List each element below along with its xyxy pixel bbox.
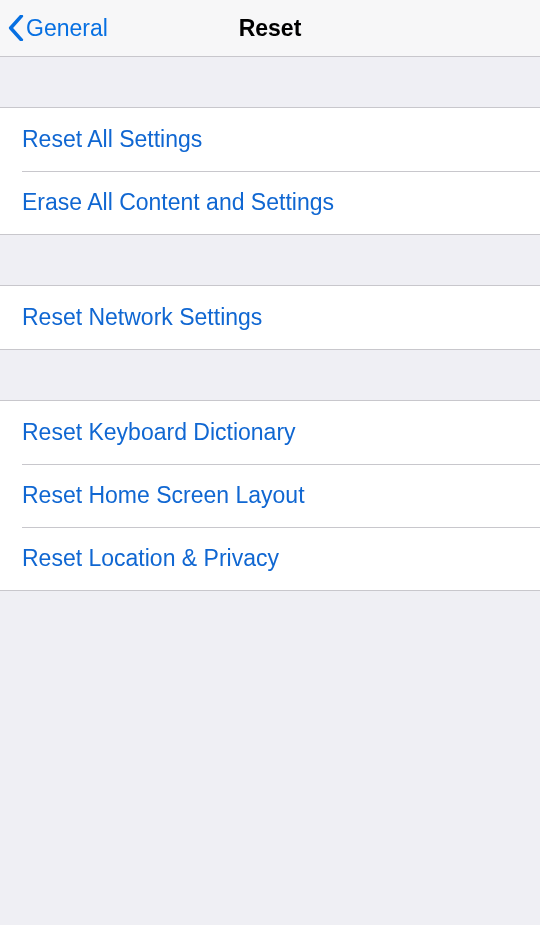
back-button[interactable]: General [0, 15, 108, 42]
settings-group: Reset All Settings Erase All Content and… [0, 107, 540, 235]
group-spacer [0, 57, 540, 107]
cell-label: Reset Network Settings [22, 304, 262, 330]
cell-label: Reset Home Screen Layout [22, 482, 305, 508]
cell-label: Reset Location & Privacy [22, 545, 279, 571]
chevron-left-icon [8, 15, 24, 41]
reset-location-privacy-cell[interactable]: Reset Location & Privacy [0, 527, 540, 590]
group-spacer [0, 235, 540, 285]
settings-group: Reset Network Settings [0, 285, 540, 350]
navigation-bar: General Reset [0, 0, 540, 57]
reset-keyboard-dictionary-cell[interactable]: Reset Keyboard Dictionary [0, 401, 540, 464]
cell-label: Reset Keyboard Dictionary [22, 419, 296, 445]
cell-label: Erase All Content and Settings [22, 189, 334, 215]
cell-label: Reset All Settings [22, 126, 202, 152]
settings-group: Reset Keyboard Dictionary Reset Home Scr… [0, 400, 540, 591]
reset-home-screen-layout-cell[interactable]: Reset Home Screen Layout [0, 464, 540, 527]
back-button-label: General [26, 15, 108, 42]
erase-all-content-cell[interactable]: Erase All Content and Settings [0, 171, 540, 234]
reset-network-settings-cell[interactable]: Reset Network Settings [0, 286, 540, 349]
page-title: Reset [239, 15, 302, 42]
reset-all-settings-cell[interactable]: Reset All Settings [0, 108, 540, 171]
group-spacer [0, 350, 540, 400]
